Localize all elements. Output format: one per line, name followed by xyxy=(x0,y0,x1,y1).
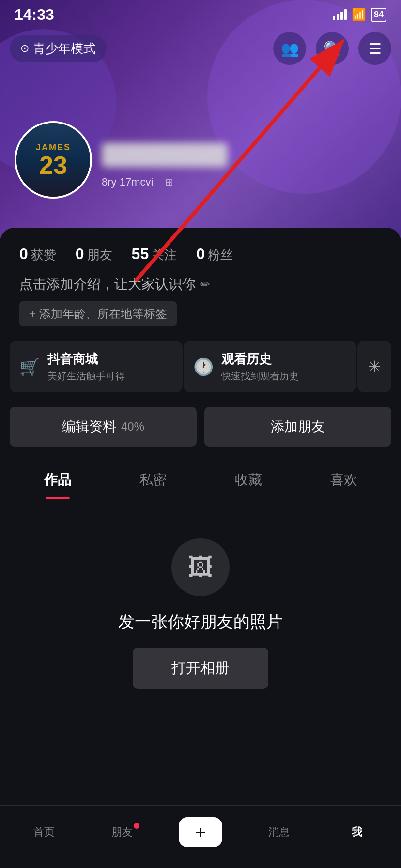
avatar[interactable]: JAMES 23 xyxy=(15,121,92,199)
tabs-row: 作品 私密 收藏 喜欢 xyxy=(0,461,401,499)
status-icons: 📶 84 xyxy=(333,8,386,22)
stat-friends-label: 朋友 xyxy=(87,247,112,264)
content-area: 0 获赞 0 朋友 55 关注 0 粉丝 点击添加介绍，让大家认识你 ✏ + 添… xyxy=(0,228,401,805)
friends-notification-dot xyxy=(134,823,139,829)
blurred-name-block xyxy=(102,143,228,167)
jersey-number: 23 xyxy=(39,153,67,178)
people-icon: 👥 xyxy=(281,40,299,57)
bio-text[interactable]: 点击添加介绍，让大家认识你 ✏ xyxy=(19,275,382,294)
bio-section: 点击添加介绍，让大家认识你 ✏ + 添加年龄、所在地等标签 xyxy=(0,275,401,326)
shop-desc: 美好生活触手可得 xyxy=(47,370,125,383)
add-tags-button[interactable]: + 添加年龄、所在地等标签 xyxy=(19,301,177,326)
service-history[interactable]: 🕐 观看历史 快速找到观看历史 xyxy=(184,341,356,392)
tab-likes[interactable]: 喜欢 xyxy=(296,461,391,499)
empty-title: 发一张你好朋友的照片 xyxy=(118,611,283,633)
nav-me[interactable]: 我 xyxy=(318,825,396,839)
nav-create[interactable]: ＋ xyxy=(161,817,240,847)
blurred-username-area: 8ry 17mcvi ⊞ xyxy=(102,143,401,188)
search-icon-button[interactable]: 🔍 xyxy=(316,32,349,65)
action-buttons: 编辑资料 40% 添加朋友 xyxy=(0,407,401,447)
signal-icon xyxy=(333,9,347,20)
stat-followers[interactable]: 0 粉丝 xyxy=(196,245,233,264)
nav-messages[interactable]: 消息 xyxy=(240,825,318,839)
stat-following-number: 55 xyxy=(132,245,149,263)
youth-mode-button[interactable]: ⊙ 青少年模式 xyxy=(10,35,107,62)
tab-private[interactable]: 私密 xyxy=(105,461,200,499)
stats-row: 0 获赞 0 朋友 55 关注 0 粉丝 xyxy=(0,228,401,275)
services-row: 🛒 抖音商城 美好生活触手可得 🕐 观看历史 快速找到观看历史 ✳ xyxy=(10,341,391,392)
create-button[interactable]: ＋ xyxy=(179,817,222,847)
youth-mode-label: 青少年模式 xyxy=(33,40,96,57)
shop-name: 抖音商城 xyxy=(47,351,125,368)
youth-mode-icon: ⊙ xyxy=(20,42,29,55)
stat-followers-number: 0 xyxy=(196,245,205,263)
stat-followers-label: 粉丝 xyxy=(208,247,233,264)
stat-likes-label: 获赞 xyxy=(31,247,56,264)
stat-following-label: 关注 xyxy=(152,247,177,264)
history-name: 观看历史 xyxy=(221,351,299,368)
status-time: 14:33 xyxy=(15,6,54,24)
tab-collection[interactable]: 收藏 xyxy=(200,461,296,499)
bottom-nav: 首页 朋友 ＋ 消息 我 xyxy=(0,805,401,868)
stat-likes[interactable]: 0 获赞 xyxy=(19,245,56,264)
shop-icon: 🛒 xyxy=(19,357,40,376)
nav-home[interactable]: 首页 xyxy=(5,825,83,839)
status-bar: 14:33 📶 84 xyxy=(0,0,401,29)
add-friend-button[interactable]: 添加朋友 xyxy=(204,407,391,447)
history-info: 观看历史 快速找到观看历史 xyxy=(221,351,299,383)
asterisk-icon: ✳ xyxy=(368,357,381,376)
history-desc: 快速找到观看历史 xyxy=(221,370,299,383)
open-album-button[interactable]: 打开相册 xyxy=(133,648,268,689)
wifi-icon: 📶 xyxy=(352,8,366,21)
battery-icon: 84 xyxy=(371,8,386,22)
profile-avatar-section: JAMES 23 xyxy=(15,121,92,199)
tab-works[interactable]: 作品 xyxy=(10,461,105,499)
stat-friends-number: 0 xyxy=(76,245,84,263)
photo-icon: 🖼 xyxy=(188,553,213,582)
stat-following[interactable]: 55 关注 xyxy=(132,245,177,264)
user-id: 8ry 17mcvi ⊞ xyxy=(102,176,401,188)
top-nav-right: 👥 🔍 ☰ xyxy=(273,32,391,65)
avatar-inner: JAMES 23 xyxy=(16,123,90,197)
service-shop[interactable]: 🛒 抖音商城 美好生活触手可得 xyxy=(10,341,183,392)
top-nav: ⊙ 青少年模式 👥 🔍 ☰ xyxy=(0,29,401,68)
edit-profile-button[interactable]: 编辑资料 40% xyxy=(10,407,197,447)
friends-icon-button[interactable]: 👥 xyxy=(273,32,306,65)
menu-icon-button[interactable]: ☰ xyxy=(358,32,391,65)
history-icon: 🕐 xyxy=(193,357,214,376)
empty-state: 🖼 发一张你好朋友的照片 打开相册 xyxy=(0,499,401,728)
empty-icon-circle: 🖼 xyxy=(171,538,230,596)
stat-friends[interactable]: 0 朋友 xyxy=(76,245,112,264)
shop-info: 抖音商城 美好生活触手可得 xyxy=(47,351,125,383)
search-icon: 🔍 xyxy=(324,40,341,57)
menu-icon: ☰ xyxy=(369,40,382,57)
nav-friends[interactable]: 朋友 xyxy=(83,825,162,839)
stat-likes-number: 0 xyxy=(19,245,28,263)
service-more[interactable]: ✳ xyxy=(357,341,391,392)
edit-bio-icon: ✏ xyxy=(200,278,210,291)
